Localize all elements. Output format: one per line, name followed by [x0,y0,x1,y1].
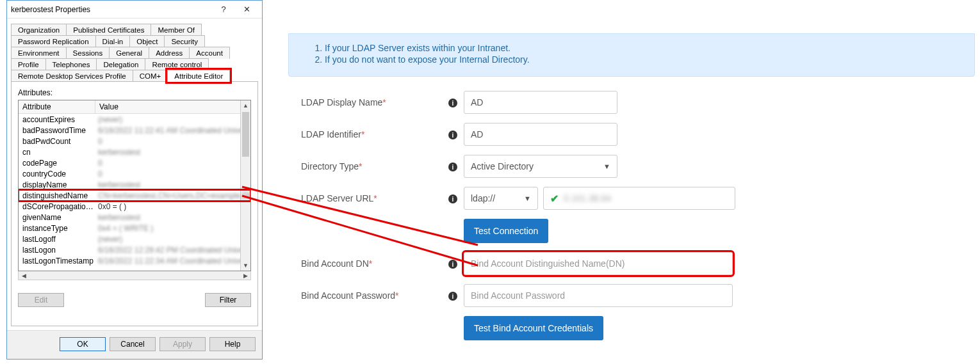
tab-com-plus[interactable]: COM+ [133,70,168,82]
info-icon[interactable]: i [442,290,464,301]
table-row[interactable]: lastLogon6/16/2022 12:29:42 PM Coordinat… [19,244,250,255]
test-connection-button[interactable]: Test Connection [464,219,548,243]
tab-general[interactable]: General [109,47,149,59]
tabstrip: Organization Published Certificates Memb… [11,24,258,81]
tab-security[interactable]: Security [164,35,205,47]
cell-attribute: distinguishedName [19,191,95,200]
tab-profile[interactable]: Profile [11,58,46,70]
info-icon[interactable]: i [442,161,464,172]
info-icon[interactable]: i [442,193,464,204]
cell-attribute: accountExpires [19,115,95,124]
input-bind-password[interactable]: Bind Account Password [464,284,733,307]
input-bind-dn[interactable]: Bind Account Distinguished Name(DN) [464,252,733,275]
help-button[interactable]: Help [209,337,256,351]
vertical-scrollbar[interactable]: ▲ ▼ [240,100,250,271]
table-row[interactable]: badPasswordTime6/16/2022 11:22:41 AM Coo… [19,125,250,136]
check-icon: ✔ [550,193,559,205]
cell-attribute: givenName [19,213,95,222]
chevron-down-icon: ▼ [603,162,610,170]
label-identifier: LDAP Identifier* [288,129,442,139]
table-row[interactable]: instanceType0x4 = ( WRITE ) [19,223,250,233]
list-buttons: Edit Filter [18,293,251,307]
help-icon[interactable]: ? [212,2,235,17]
label-display-name: LDAP Display Name* [288,97,442,107]
select-directory-type[interactable]: Active Directory ▼ [464,155,617,178]
edit-button[interactable]: Edit [18,293,64,307]
cell-value: 6/16/2022 12:29:42 PM Coordinated Univer [95,246,250,255]
tab-member-of[interactable]: Member Of [151,24,202,36]
input-display-name[interactable]: AD [464,91,617,114]
cell-attribute: cn [19,148,95,157]
cell-value: (never) [95,235,250,244]
tab-organization[interactable]: Organization [11,24,67,36]
info-banner: If your LDAP Server exists within your I… [288,33,975,77]
table-row[interactable]: accountExpires(never) [19,114,250,125]
banner-line-1: If your LDAP Server exists within your I… [325,43,955,53]
info-icon[interactable]: i [442,129,464,140]
attributes-listbox[interactable]: Attribute Value accountExpires(never)bad… [18,100,251,271]
tab-attribute-editor[interactable]: Attribute Editor [167,70,230,82]
filter-button[interactable]: Filter [205,293,251,307]
row-test-connection: Test Connection [288,219,975,243]
input-identifier[interactable]: AD [464,123,617,146]
col-attribute[interactable]: Attribute [19,100,95,113]
table-row[interactable]: distinguishedNameCN=kerberostest,CN=User… [19,190,250,201]
scroll-right-icon[interactable]: ▶ [240,271,250,280]
table-row[interactable]: dSCorePropagationD...0x0 = ( ) [19,201,250,212]
cancel-button[interactable]: Cancel [110,337,156,351]
tab-password-replication[interactable]: Password Replication [11,35,96,47]
input-server-url[interactable]: ✔ 0.101.38.64 [543,187,735,210]
row-test-bind: Test Bind Account Credentials [288,316,975,340]
scroll-up-icon[interactable]: ▲ [241,100,250,111]
row-directory-type: Directory Type* i Active Directory ▼ [288,155,975,178]
info-icon[interactable]: i [442,258,464,269]
cell-attribute: lastLogon [19,246,95,255]
cell-attribute: codePage [19,159,95,168]
table-row[interactable]: badPwdCount0 [19,136,250,146]
cell-value: 0 [95,137,250,146]
cell-value: 0 [95,159,250,168]
row-display-name: LDAP Display Name* i AD [288,91,975,114]
col-value[interactable]: Value [95,100,250,113]
table-row[interactable]: lastLogonTimestamp6/16/2022 11:22:34 AM … [19,255,250,266]
cell-value: kerberostest [95,148,250,157]
horizontal-scrollbar[interactable]: ◀ ▶ [18,271,251,280]
tab-environment[interactable]: Environment [11,47,67,59]
select-url-scheme[interactable]: ldap:// ▼ [464,187,538,210]
cell-attribute: instanceType [19,224,95,233]
label-bind-password: Bind Account Password* [288,290,442,301]
close-icon[interactable]: ✕ [235,2,258,17]
test-bind-button[interactable]: Test Bind Account Credentials [464,316,603,340]
table-row[interactable]: cnkerberostest [19,146,250,157]
cell-attribute: countryCode [19,170,95,178]
select-value: ldap:// [471,193,495,203]
scroll-thumb[interactable] [242,112,249,157]
cell-value: 6/16/2022 11:22:41 AM Coordinated Univer [95,126,250,135]
tab-address[interactable]: Address [149,47,190,59]
table-row[interactable]: displayNamekerberostest [19,179,250,190]
apply-button[interactable]: Apply [159,337,206,351]
table-row[interactable]: lastLogoff(never) [19,233,250,244]
tab-object[interactable]: Object [129,35,165,47]
tab-dial-in[interactable]: Dial-in [95,35,131,47]
info-icon[interactable]: i [442,97,464,108]
cell-attribute: lastLogoff [19,235,95,244]
tab-published-certificates[interactable]: Published Certificates [66,24,151,36]
ok-button[interactable]: OK [60,337,106,351]
properties-dialog: kerberostest Properties ? ✕ Organization… [6,0,263,360]
titlebar: kerberostest Properties ? ✕ [7,1,262,19]
cell-value: 0x0 = ( ) [95,202,250,211]
tab-telephones[interactable]: Telephones [45,58,97,70]
tab-rds-profile[interactable]: Remote Desktop Services Profile [11,70,133,82]
table-row[interactable]: givenNamekerberostest [19,212,250,223]
tab-delegation[interactable]: Delegation [96,58,145,70]
dialog-buttons: OK Cancel Apply Help [7,330,262,359]
tab-remote-control[interactable]: Remote control [145,58,209,70]
table-row[interactable]: countryCode0 [19,168,250,179]
tab-sessions[interactable]: Sessions [66,47,110,59]
cell-value: kerberostest [95,213,250,222]
table-row[interactable]: codePage0 [19,157,250,168]
tab-account[interactable]: Account [189,47,230,59]
scroll-left-icon[interactable]: ◀ [19,271,29,280]
scroll-down-icon[interactable]: ▼ [241,260,250,271]
